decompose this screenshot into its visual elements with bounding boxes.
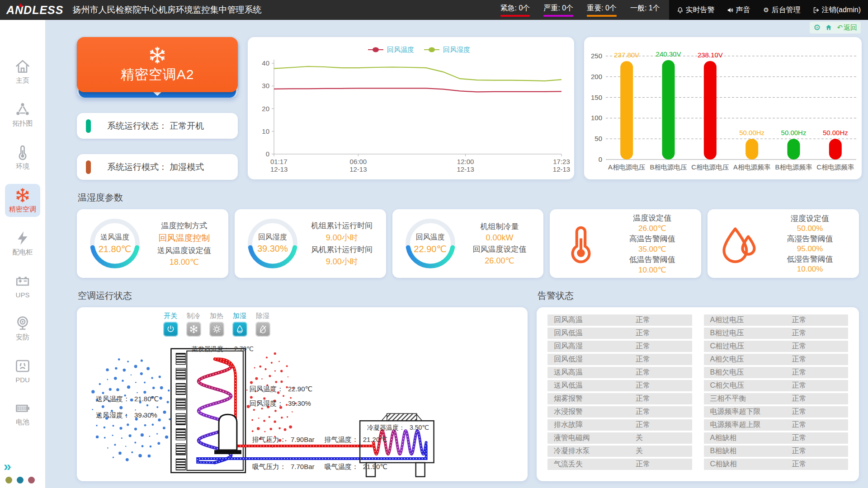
sidebar-item-label: 电池 (16, 418, 29, 427)
ac-diagram (77, 307, 528, 481)
top-header: ANDLESS 扬州市人民检察院中心机房环境监控集中管理系统 紧急: 0个严重:… (0, 0, 868, 20)
svg-text:12:0012-13: 12:0012-13 (457, 158, 474, 173)
alarm-name: A相过电压 (710, 315, 744, 325)
power-icon (166, 324, 175, 334)
admin-button[interactable]: ⚙后台管理 (762, 5, 801, 15)
sidebar-item-label: 拓扑图 (13, 119, 33, 128)
alarm-row: 送风低温正常 (547, 380, 692, 391)
mode-dehumidify[interactable]: 除湿 (254, 312, 271, 337)
power-chart-panel: ⚙ ↶返回 050100150200250237.80VA相电源电压240.30… (584, 37, 862, 179)
alarm-row: 烟雾报警正常 (547, 393, 692, 404)
suction-label: 吸气压力：7.70Bar 吸气温度：21.90℃ (252, 463, 387, 471)
brand-logo: ANDLESS (6, 4, 63, 17)
svg-text:0: 0 (266, 150, 269, 158)
gauge-card-1: 回风湿度39.30%机组累计运行时间9.00小时风机累计运行时间9.00小时 (235, 209, 386, 278)
alarm-value: 正常 (636, 460, 650, 469)
sidebar-item-precision-ac[interactable]: 精密空调 (5, 184, 40, 217)
alarm-name: 电源频率超上限 (710, 420, 761, 430)
mode-heat[interactable]: 加热 (208, 312, 225, 337)
socket-icon (14, 358, 31, 374)
alarm-row: 回风低湿正常 (547, 354, 692, 365)
alarm-counter-underline (630, 15, 660, 17)
sidebar-item-pdu[interactable]: PDU (10, 355, 35, 387)
alarm-counter-underline (543, 15, 573, 17)
alarm-counter-underline (587, 15, 617, 17)
return-temp-label: 回风温度：22.90℃ (250, 385, 312, 394)
theme-dot-1[interactable] (17, 477, 24, 483)
alarm-name: 电源频率超下限 (710, 407, 761, 417)
svg-text:10: 10 (262, 127, 269, 135)
logout-button[interactable]: 注销(admin) (812, 5, 861, 15)
alarm-name: A相欠电压 (710, 355, 744, 364)
svg-text:回风湿度: 回风湿度 (443, 46, 470, 53)
line-chart: 01020304001:1712-1306:0012-1312:0012-131… (248, 37, 574, 179)
camera-icon (14, 315, 31, 331)
mode-button-power[interactable] (163, 322, 178, 337)
mode-button-cool[interactable] (186, 322, 201, 337)
settings-icon[interactable]: ⚙ (813, 23, 821, 33)
mode-button-heat[interactable] (209, 322, 224, 337)
status-card-1: 系统运行模式： 加湿模式 (77, 154, 238, 180)
theme-dot-0[interactable] (5, 477, 12, 483)
alarm-value: 关 (636, 433, 643, 443)
logo-accent-triangle (19, 3, 23, 7)
alarm-counter-text: 一般: 1个 (630, 4, 660, 13)
device-card[interactable]: 精密空调A2 (77, 37, 238, 98)
alarm-value: 正常 (792, 460, 806, 469)
svg-text:回风温度: 回风温度 (387, 46, 414, 53)
alarm-name: B相欠电压 (710, 368, 744, 377)
button-label: 注销(admin) (822, 5, 861, 15)
alarm-value: 正常 (636, 315, 650, 325)
sidebar-item-power-cabinet[interactable]: 配电柜 (9, 227, 37, 260)
sidebar-item-label: UPS (16, 291, 30, 299)
alarm-row: 回风高温正常 (547, 314, 692, 326)
circular-gauge: 送风温度21.80℃ (85, 214, 145, 273)
realtime-alarm-button[interactable]: 实时告警 (676, 5, 715, 15)
home-icon (14, 58, 31, 75)
alarm-value: 正常 (636, 420, 650, 430)
sidebar-item-topology[interactable]: 拓扑图 (9, 98, 37, 131)
threshold-value: 95.00% (797, 244, 823, 253)
sidebar-item-label: 主页 (16, 76, 29, 85)
svg-text:A相电源电压: A相电源电压 (608, 164, 646, 171)
sidebar-item-battery[interactable]: 电池 (10, 397, 35, 430)
home-icon[interactable] (825, 24, 832, 31)
threshold-label: 低温告警阈值 (629, 254, 675, 265)
threshold-value: 10.00% (797, 265, 823, 274)
theme-dots (5, 477, 35, 483)
svg-text:238.10V: 238.10V (698, 51, 723, 59)
svg-text:A相电源频率: A相电源频率 (733, 164, 771, 171)
alarm-counters: 紧急: 0个严重: 0个重要: 0个一般: 1个 (500, 4, 660, 17)
theme-dot-2[interactable] (28, 477, 35, 483)
mode-power[interactable]: 开关 (162, 312, 179, 337)
alarm-name: C相过电压 (710, 342, 745, 351)
mode-humidify[interactable]: 加湿 (231, 312, 248, 337)
ups-icon (14, 273, 31, 289)
sidebar-expand-icon[interactable]: » (4, 460, 35, 472)
svg-text:100: 100 (591, 114, 602, 122)
gauge-value: 22.90℃ (401, 244, 460, 254)
alarm-name: 水浸报警 (554, 407, 583, 417)
mode-label: 加热 (210, 312, 223, 320)
param-value: 18.00℃ (170, 257, 199, 267)
sound-button[interactable]: 声音 (726, 5, 750, 15)
mode-cool[interactable]: 制冷 (185, 312, 202, 337)
sidebar-item-home[interactable]: 主页 (10, 55, 35, 88)
svg-text:150: 150 (591, 94, 602, 101)
alarm-name: 烟雾报警 (554, 394, 583, 404)
alarm-name: 送风高温 (554, 368, 583, 377)
svg-text:50: 50 (594, 135, 602, 142)
alarm-value: 正常 (636, 342, 650, 351)
back-button[interactable]: ↶返回 (837, 23, 857, 32)
mode-button-dehumidify[interactable] (255, 322, 270, 337)
alarm-value: 正常 (636, 394, 650, 404)
sidebar-item-security[interactable]: 安防 (10, 312, 35, 345)
svg-text:50.00Hz: 50.00Hz (739, 129, 764, 136)
svg-text:40: 40 (262, 59, 269, 67)
sidebar-item-ups[interactable]: UPS (10, 270, 35, 302)
sidebar-item-environment[interactable]: 环境 (10, 141, 35, 174)
alarm-counter-text: 严重: 0个 (543, 4, 573, 13)
alarm-row: C相缺相正常 (704, 459, 849, 470)
gauge-value: 21.80℃ (85, 244, 145, 254)
mode-button-humidify[interactable] (232, 322, 247, 337)
